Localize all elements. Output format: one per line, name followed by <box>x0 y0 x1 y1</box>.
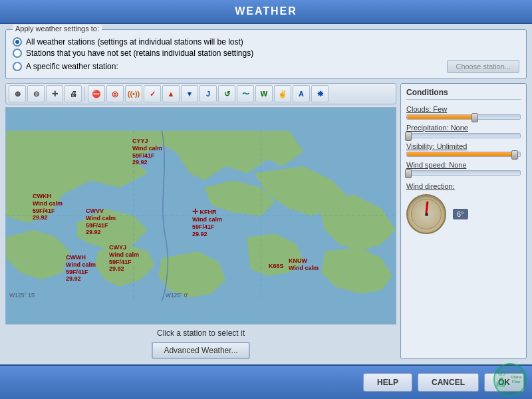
compass-inner <box>411 199 442 229</box>
clouds-label: Clouds: Few <box>406 105 521 113</box>
star-button[interactable]: ❋ <box>311 85 329 102</box>
wind-direction-condition: Wind direction: 6° <box>406 182 521 234</box>
precipitation-label: Precipitation: None <box>406 124 521 132</box>
compass[interactable] <box>406 194 446 234</box>
clouds-slider[interactable] <box>406 114 521 120</box>
clouds-slider-thumb[interactable] <box>471 113 478 122</box>
radio-specific-row: A specific weather station: Choose stati… <box>13 60 519 73</box>
click-instruction: Click a station to select it <box>5 327 396 339</box>
conditions-panel: Conditions Clouds: Few Precipitation: No… <box>400 83 527 359</box>
wind-button[interactable]: ✌ <box>274 85 291 102</box>
station-kfhr[interactable]: ✛ KFHRWind calm59F/41F29.92 <box>192 207 222 238</box>
main-content: Apply weather settings to: All weather s… <box>0 24 532 364</box>
clouds-condition: Clouds: Few <box>406 105 521 120</box>
wind-speed-slider[interactable] <box>406 170 521 176</box>
check-button[interactable]: ✓ <box>144 85 161 102</box>
watermark-logo: 飞行者联盟China Flier <box>493 363 527 396</box>
wavy-button[interactable]: 〜 <box>237 85 254 102</box>
visibility-label: Visibility: Unlimited <box>406 142 521 150</box>
w-marker-button[interactable]: W <box>255 85 273 102</box>
radio-specific-label: A specific weather station: <box>26 62 118 71</box>
station-cwyj[interactable]: CWYJWind calm59F/41F29.92 <box>109 244 139 273</box>
visibility-slider[interactable] <box>406 152 521 157</box>
clouds-slider-fill <box>407 115 475 119</box>
bottom-bar: HELP CANCEL OK 飞行者联盟China Flier <box>0 364 532 399</box>
advanced-btn-container: Advanced Weather... <box>5 342 396 359</box>
station-cwwh[interactable]: CWWHWind calm59F/41F29.92 <box>66 254 96 283</box>
wind-speed-slider-thumb[interactable] <box>405 169 412 178</box>
station-cwvv[interactable]: CWVVWind calm59F/41F29.92 <box>86 207 116 236</box>
precipitation-slider[interactable] <box>406 133 521 138</box>
watermark: 飞行者联盟China Flier <box>493 363 527 396</box>
station-cwkh[interactable]: CWKHWind calm59F/41F29.92 <box>33 193 63 221</box>
visibility-condition: Visibility: Unlimited <box>406 142 521 157</box>
station-k66s[interactable]: K66S <box>269 263 284 270</box>
a-marker-button[interactable]: A <box>293 85 310 102</box>
radio-specific-station[interactable]: A specific weather station: <box>13 62 447 71</box>
wind-direction-label: Wind direction: <box>406 182 521 190</box>
visibility-slider-thumb[interactable] <box>511 150 518 160</box>
triangle-up-button[interactable]: ▲ <box>162 85 180 102</box>
advanced-weather-button[interactable]: Advanced Weather... <box>152 342 249 359</box>
station-knuw[interactable]: KNUWWind calm <box>289 257 319 272</box>
visibility-slider-fill <box>407 152 515 156</box>
station-cyyj[interactable]: CYYJWind calm59F/41F29.92 <box>132 138 162 166</box>
compass-center-dot <box>425 213 428 216</box>
compass-arrow <box>426 201 429 213</box>
compass-degree-display: 6° <box>453 209 468 219</box>
print-button[interactable]: 🖨 <box>65 85 82 102</box>
radio-all-stations[interactable]: All weather stations (settings at indivi… <box>13 37 519 47</box>
compass-row: 6° <box>406 194 521 234</box>
conditions-title: Conditions <box>406 88 521 100</box>
svg-text:W125° 0': W125° 0' <box>166 292 189 299</box>
wind-speed-condition: Wind speed: None <box>406 161 521 176</box>
map-container[interactable]: W125° 15' W125° 0' CYYJWind calm59F/41F2… <box>5 107 396 325</box>
radio-all-stations-circle[interactable] <box>13 37 22 47</box>
station-button[interactable]: ◎ <box>106 85 124 102</box>
triangle-down-button[interactable]: ▼ <box>181 85 198 102</box>
title-bar: WEATHER <box>0 0 532 24</box>
weather-settings-panel: Apply weather settings to: All weather s… <box>5 29 527 79</box>
toolbar: ⊕ ⊖ ✛ 🖨 ⛔ ◎ ((•)) ✓ ▲ ▼ J ↺ 〜 W ✌ A ❋ <box>5 83 396 104</box>
pan-button[interactable]: ✛ <box>46 85 63 102</box>
j-marker-button[interactable]: J <box>200 85 217 102</box>
map-area: ⊕ ⊖ ✛ 🖨 ⛔ ◎ ((•)) ✓ ▲ ▼ J ↺ 〜 W ✌ A ❋ <box>5 83 396 359</box>
dialog-title: WEATHER <box>235 5 297 17</box>
zoom-in-button[interactable]: ⊕ <box>9 85 26 102</box>
zoom-out-button[interactable]: ⊖ <box>27 85 45 102</box>
radio-not-set-circle[interactable] <box>13 49 22 58</box>
radio-specific-circle[interactable] <box>13 62 22 71</box>
svg-text:W125° 15': W125° 15' <box>9 292 35 299</box>
rotate-button[interactable]: ↺ <box>218 85 235 102</box>
precipitation-slider-thumb[interactable] <box>405 132 412 141</box>
wind-speed-label: Wind speed: None <box>406 161 521 169</box>
clear-weather-button[interactable]: ⛔ <box>88 85 105 102</box>
choose-station-button[interactable]: Choose station... <box>447 60 519 73</box>
radio-not-set-label: Stations that you have not set (retains … <box>26 49 253 58</box>
radio-all-stations-label: All weather stations (settings at indivi… <box>26 37 243 47</box>
precipitation-condition: Precipitation: None <box>406 124 521 138</box>
radio-not-set-stations[interactable]: Stations that you have not set (retains … <box>13 49 519 58</box>
coverage-button[interactable]: ((•)) <box>125 85 142 102</box>
middle-section: ⊕ ⊖ ✛ 🖨 ⛔ ◎ ((•)) ✓ ▲ ▼ J ↺ 〜 W ✌ A ❋ <box>5 83 527 359</box>
help-button[interactable]: HELP <box>363 373 412 392</box>
toolbar-divider-1 <box>84 86 85 101</box>
cancel-button[interactable]: CANCEL <box>418 373 479 392</box>
panel-label: Apply weather settings to: <box>13 25 102 33</box>
